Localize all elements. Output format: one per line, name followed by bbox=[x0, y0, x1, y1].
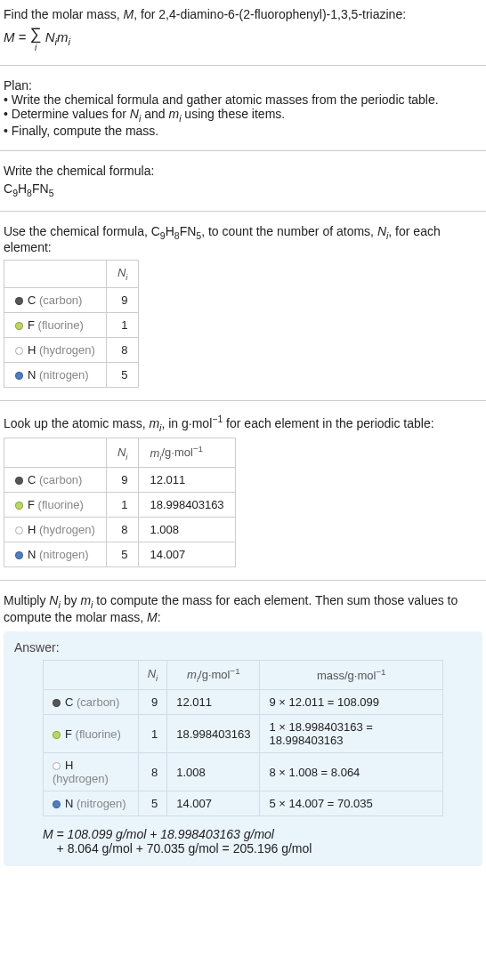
eq-msub: i bbox=[68, 36, 70, 47]
mass-cell: 8 × 1.008 = 8.064 bbox=[260, 753, 443, 791]
table-row: C (carbon)912.011 bbox=[4, 468, 236, 493]
m: m bbox=[150, 446, 159, 460]
sym: H bbox=[28, 523, 36, 536]
text: + 8.064 g/mol + 70.035 g/mol = 205.196 g… bbox=[57, 841, 312, 855]
col-mi: mi/g·mol−1 bbox=[139, 438, 235, 468]
text: by bbox=[61, 593, 81, 607]
sym: N bbox=[28, 548, 36, 561]
exp: −1 bbox=[376, 667, 385, 677]
sigma-icon: ∑i bbox=[30, 25, 42, 52]
table-header-row: Ni mi/g·mol−1 mass/g·mol−1 bbox=[44, 661, 443, 690]
col-Ni: Ni bbox=[106, 261, 139, 288]
C: C bbox=[151, 224, 160, 238]
m: m bbox=[149, 416, 159, 430]
table-header-row: Ni mi/g·mol−1 bbox=[4, 438, 236, 468]
table-row: H (hydrogen)8 bbox=[4, 337, 139, 362]
text: for each element in the periodic table: bbox=[223, 416, 433, 430]
sym: N bbox=[65, 797, 73, 810]
N: N bbox=[377, 224, 386, 238]
text: Use the chemical formula, bbox=[4, 224, 151, 238]
sigma-glyph: ∑ bbox=[30, 25, 42, 43]
elem-cell: C (carbon) bbox=[4, 287, 107, 312]
dot-icon bbox=[15, 322, 23, 330]
answer-title: Answer: bbox=[7, 640, 479, 660]
n-cell: 8 bbox=[106, 518, 139, 542]
m-cell: 18.998403163 bbox=[139, 493, 235, 518]
N: N bbox=[117, 446, 126, 459]
sym: C bbox=[28, 293, 36, 307]
F: F bbox=[180, 224, 188, 238]
table-row: N (nitrogen)514.0075 × 14.007 = 70.035 bbox=[44, 791, 443, 816]
dot-icon bbox=[53, 800, 61, 808]
var-mi: mi bbox=[168, 107, 181, 121]
dot-icon bbox=[15, 297, 23, 305]
N: N bbox=[49, 593, 58, 607]
var-mi: mi bbox=[149, 416, 161, 430]
table-row: F (fluorine)118.9984031631 × 18.99840316… bbox=[44, 715, 443, 753]
elem-cell: C (carbon) bbox=[44, 690, 139, 715]
mass-label: mass/g·mol bbox=[317, 670, 376, 683]
N: N bbox=[117, 266, 126, 279]
table-row: F (fluorine)1 bbox=[4, 312, 139, 337]
eq-M: M bbox=[4, 29, 15, 44]
sym: F bbox=[28, 498, 35, 511]
name: (nitrogen) bbox=[39, 548, 89, 561]
name: (fluorine) bbox=[38, 498, 84, 511]
m-cell: 12.011 bbox=[139, 468, 235, 493]
N: N bbox=[187, 224, 196, 238]
text: , for 2,4-diamino-6-(2-fluorophenyl)-1,3… bbox=[134, 7, 406, 21]
n-cell: 1 bbox=[106, 493, 139, 518]
n-cell: 5 bbox=[138, 791, 167, 816]
var-Ni: Ni bbox=[130, 107, 141, 121]
dot-icon bbox=[15, 526, 23, 534]
table-row: C (carbon)912.0119 × 12.011 = 108.099 bbox=[44, 690, 443, 715]
text: using these items. bbox=[181, 107, 285, 121]
n-cell: 9 bbox=[106, 287, 139, 312]
H: H bbox=[166, 224, 174, 238]
m-cell: 1.008 bbox=[167, 753, 260, 791]
answer-table: Ni mi/g·mol−1 mass/g·mol−1 C (carbon)912… bbox=[43, 660, 443, 816]
count-intro: Use the chemical formula, C9H8FN5, to co… bbox=[4, 224, 482, 255]
table-row: H (hydrogen)81.0088 × 1.008 = 8.064 bbox=[44, 753, 443, 791]
text: Find the molar mass, bbox=[4, 7, 124, 21]
m: m bbox=[187, 668, 197, 681]
name: (carbon) bbox=[39, 473, 82, 486]
multiply-block: Multiply Ni by mi to compute the mass fo… bbox=[0, 586, 486, 873]
unit: /g·mol bbox=[161, 446, 192, 460]
intro-line1: Find the molar mass, M, for 2,4-diamino-… bbox=[4, 7, 482, 21]
name: (carbon) bbox=[39, 293, 82, 307]
divider bbox=[0, 400, 486, 401]
plan-item-2: • Determine values for Ni and mi using t… bbox=[4, 107, 482, 124]
divider bbox=[0, 150, 486, 151]
text: : bbox=[158, 610, 161, 624]
elem-cell: F (fluorine) bbox=[4, 312, 107, 337]
table-row: F (fluorine)118.998403163 bbox=[4, 493, 236, 518]
var-mi: mi bbox=[80, 593, 93, 607]
mass-block: Look up the atomic mass, mi, in g·mol−1 … bbox=[0, 406, 486, 574]
i: i bbox=[126, 451, 127, 461]
H: H bbox=[18, 181, 27, 196]
chemical-formula: C9H8FN5 bbox=[4, 181, 482, 198]
sym: C bbox=[28, 473, 36, 486]
elem-cell: F (fluorine) bbox=[44, 715, 139, 753]
col-mass: mass/g·mol−1 bbox=[260, 661, 443, 690]
divider bbox=[0, 65, 486, 66]
final-equation: M = 108.099 g/mol + 18.998403163 g/mol M… bbox=[43, 827, 443, 855]
col-Ni: Ni bbox=[138, 661, 167, 690]
elem-cell: H (hydrogen) bbox=[44, 753, 139, 791]
count-table: Ni C (carbon)9 F (fluorine)1 H (hydrogen… bbox=[4, 260, 139, 388]
answer-inner: Ni mi/g·mol−1 mass/g·mol−1 C (carbon)912… bbox=[7, 660, 479, 855]
table-row: C (carbon)9 bbox=[4, 287, 139, 312]
n-cell: 5 bbox=[106, 362, 139, 387]
N: N bbox=[40, 181, 49, 196]
sym: F bbox=[28, 318, 35, 332]
n-cell: 9 bbox=[138, 690, 167, 715]
table-header-row: Ni bbox=[4, 261, 139, 288]
elem-cell: H (hydrogen) bbox=[4, 337, 107, 362]
name: (hydrogen) bbox=[39, 343, 95, 357]
var-Ni: Ni bbox=[49, 593, 60, 607]
var-M: M bbox=[124, 7, 134, 21]
sym: C bbox=[65, 695, 73, 709]
table-row: N (nitrogen)5 bbox=[4, 362, 139, 387]
sym: H bbox=[65, 759, 73, 772]
